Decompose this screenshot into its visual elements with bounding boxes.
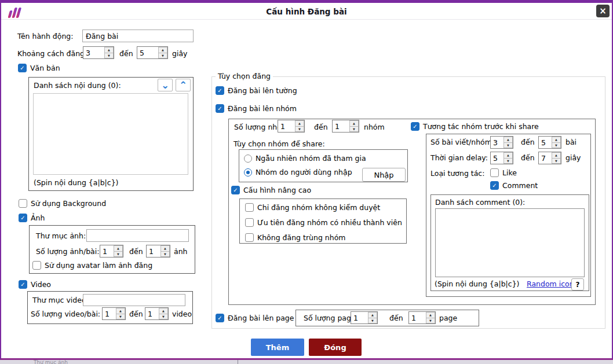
image-count-from-spinner[interactable]: ▲▼	[100, 245, 123, 258]
checkbox-like[interactable]: Like	[490, 168, 517, 177]
action-name-input[interactable]	[82, 30, 194, 42]
video-count-from-spinner[interactable]: ▲▼	[102, 307, 126, 320]
checkbox-advanced-config[interactable]: ✓ Cấu hình nâng cao	[231, 186, 311, 194]
checkbox-image[interactable]: ✓ Ảnh	[19, 214, 45, 222]
checkbox-video[interactable]: ✓ Video	[19, 280, 51, 289]
add-button[interactable]: Thêm	[251, 339, 304, 356]
spin-up-icon[interactable]: ▲	[116, 308, 125, 314]
page-count-from-spinner[interactable]: ▲▼	[351, 311, 378, 324]
close-button[interactable]: Đóng	[309, 339, 362, 356]
page-count-from-input[interactable]	[351, 312, 368, 323]
radio-manual-label: Nhóm do người dùng nhập	[256, 168, 352, 177]
input-groups-button[interactable]: Nhập	[362, 168, 406, 182]
screen: Cấu hình Đăng bài × Tên hành động: Khoản…	[0, 0, 613, 364]
radio-user-input-group[interactable]: Nhóm do người dùng nhập	[244, 168, 352, 177]
radio-button-selected	[244, 168, 252, 177]
spin-up-icon[interactable]: ▲	[349, 120, 359, 127]
interval-to-input[interactable]	[137, 47, 158, 58]
spin-down-icon[interactable]: ▼	[158, 53, 167, 59]
background-window-strip: Thư mục ảnh	[0, 360, 613, 364]
delay-from-spinner[interactable]: ▲▼	[490, 152, 513, 164]
random-icon-link[interactable]: Random icon	[527, 280, 574, 288]
spin-up-icon[interactable]: ▲	[158, 47, 167, 53]
comment-list-label: Danh sách comment (0):	[435, 198, 525, 207]
checkbox-prioritize-large-groups[interactable]: Ưu tiên đăng nhóm có nhiều thành viên	[245, 218, 402, 227]
checkbox-box: ✓	[19, 214, 27, 222]
spin-up-icon[interactable]: ▲	[368, 312, 377, 318]
checkbox-unmoderated-groups[interactable]: Chỉ đăng nhóm không kiểm duyệt	[245, 203, 380, 212]
spin-down-icon[interactable]: ▼	[426, 318, 435, 324]
spin-up-icon[interactable]: ▲	[104, 47, 114, 53]
posts-to-spinner[interactable]: ▲▼	[538, 136, 561, 149]
spin-up-icon[interactable]: ▲	[159, 308, 168, 314]
help-button[interactable]: ?	[571, 278, 584, 291]
spin-up-icon[interactable]: ▲	[114, 245, 123, 252]
chevron-down-icon: ⌄	[161, 83, 169, 87]
delay-to-spinner[interactable]: ▲▼	[538, 152, 561, 164]
group-count-to-spinner[interactable]: ▲▼	[332, 120, 359, 133]
spin-down-icon[interactable]: ▼	[349, 127, 359, 133]
posts-from-input[interactable]	[491, 137, 503, 148]
video-count-to-input[interactable]	[145, 308, 159, 319]
spin-down-icon[interactable]: ▼	[503, 143, 513, 149]
image-count-to-spinner[interactable]: ▲▼	[146, 245, 170, 258]
delay-to-input[interactable]	[539, 152, 552, 164]
spin-up-icon[interactable]: ▲	[503, 152, 513, 159]
spin-down-icon[interactable]: ▼	[552, 159, 561, 164]
delay-from-input[interactable]	[491, 152, 503, 164]
interval-to-spinner[interactable]: ▲▼	[137, 46, 168, 59]
delay-den-label: đến	[521, 153, 535, 163]
spin-up-icon[interactable]: ▲	[552, 152, 561, 159]
interval-from-spinner[interactable]: ▲▼	[83, 46, 114, 59]
checkbox-box	[245, 218, 254, 227]
spin-up-icon[interactable]: ▲	[426, 312, 435, 318]
spin-down-icon[interactable]: ▼	[295, 127, 304, 133]
page-count-label: Số lượng page:	[304, 314, 358, 323]
video-count-to-spinner[interactable]: ▲▼	[145, 307, 169, 320]
posts-unit-label: bài	[565, 138, 576, 147]
video-count-from-input[interactable]	[103, 308, 116, 319]
interval-from-input[interactable]	[83, 47, 104, 58]
spin-down-icon[interactable]: ▼	[116, 314, 125, 320]
checkbox-comment[interactable]: ✓ Comment	[490, 181, 538, 190]
spin-down-icon[interactable]: ▼	[368, 318, 377, 324]
spin-down-icon[interactable]: ▼	[114, 252, 123, 258]
video-folder-input[interactable]	[83, 294, 185, 306]
content-list-textarea[interactable]	[33, 93, 188, 175]
image-count-to-input[interactable]	[147, 245, 160, 257]
posts-from-spinner[interactable]: ▲▼	[490, 136, 513, 149]
checkbox-post-wall[interactable]: ✓ Đăng bài lên tường	[216, 86, 297, 95]
comment-list-textarea[interactable]	[435, 208, 585, 277]
move-down-button[interactable]: ⌄	[158, 79, 173, 91]
checkbox-text[interactable]: ✓ Văn bản	[18, 64, 60, 72]
spin-up-icon[interactable]: ▲	[160, 245, 170, 252]
spin-down-icon[interactable]: ▼	[104, 53, 114, 59]
spin-down-icon[interactable]: ▼	[552, 143, 561, 149]
spin-up-icon[interactable]: ▲	[552, 137, 561, 143]
checkbox-post-group[interactable]: ✓ Đăng bài lên nhóm	[216, 104, 297, 113]
checkbox-box: ✓	[411, 122, 419, 131]
checkbox-no-duplicate-groups[interactable]: Không đăng trùng nhóm	[245, 233, 345, 242]
checkbox-interact-before-share[interactable]: ✓ Tương tác nhóm trước khi share	[411, 122, 539, 131]
posts-to-input[interactable]	[539, 137, 552, 148]
spin-up-icon[interactable]: ▲	[295, 120, 304, 127]
spin-down-icon[interactable]: ▼	[503, 159, 513, 164]
group-count-from-input[interactable]	[278, 120, 295, 132]
group-count-to-input[interactable]	[333, 120, 349, 132]
close-window-button[interactable]: ×	[596, 5, 610, 17]
spin-down-icon[interactable]: ▼	[159, 314, 168, 320]
radio-random-group[interactable]: Ngẫu nhiên nhóm đã tham gia	[244, 154, 366, 163]
adv-option-label: Ưu tiên đăng nhóm có nhiều thành viên	[257, 218, 402, 227]
group-count-from-spinner[interactable]: ▲▼	[278, 120, 305, 133]
check-icon: ✓	[217, 88, 222, 94]
image-count-from-input[interactable]	[100, 245, 114, 257]
image-folder-input[interactable]	[86, 229, 189, 242]
spin-up-icon[interactable]: ▲	[503, 137, 513, 143]
checkbox-post-page[interactable]: ✓ Đăng bài lên page	[216, 314, 294, 322]
move-up-button[interactable]: ⌃	[176, 79, 191, 91]
page-count-to-input[interactable]	[409, 312, 426, 323]
checkbox-background[interactable]: Sử dụng Background	[19, 199, 106, 208]
page-count-to-spinner[interactable]: ▲▼	[408, 311, 436, 324]
spin-down-icon[interactable]: ▼	[160, 252, 170, 258]
checkbox-avatar-image[interactable]: Sử dụng avatar làm ảnh đăng	[32, 261, 152, 270]
